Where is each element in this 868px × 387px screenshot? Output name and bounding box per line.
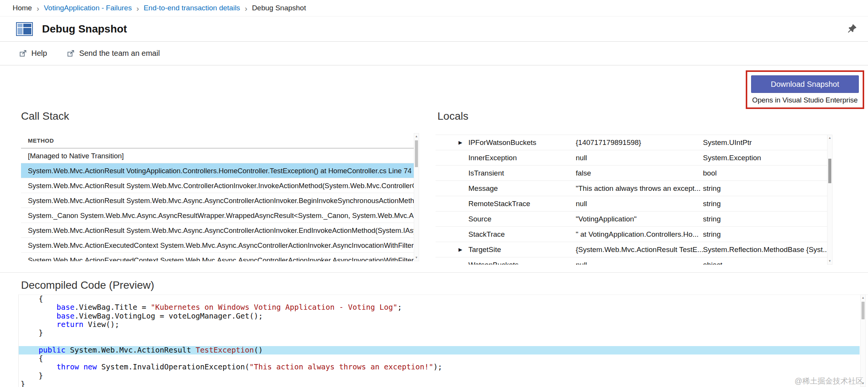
code-line: base.ViewBag.VotingLog = voteLogManager.…	[19, 312, 860, 320]
locals-value: null	[576, 261, 703, 265]
locals-value: null	[576, 154, 703, 162]
locals-value: false	[576, 169, 703, 177]
code-line	[19, 337, 860, 346]
send-team-email-label: Send the team an email	[79, 49, 160, 58]
scroll-thumb[interactable]	[862, 302, 865, 319]
locals-row[interactable]: Message"This action always throws an exc…	[436, 181, 827, 196]
breadcrumb-item[interactable]: Home	[13, 4, 32, 12]
breadcrumb-item[interactable]: End-to-end transaction details	[144, 4, 240, 12]
breadcrumb-separator-icon: ›	[245, 4, 247, 12]
title-bar: Debug Snapshot	[0, 16, 868, 42]
locals-row[interactable]: ▶IPForWatsonBuckets{140717179891598}Syst…	[436, 135, 827, 150]
locals-row[interactable]: Source"VotingApplication"string	[436, 211, 827, 227]
debug-snapshot-page: Home›VotingApplication - Failures›End-to…	[0, 0, 868, 387]
command-bar: Help Send the team an email	[0, 42, 868, 65]
locals-row[interactable]: StackTrace" at VotingApplication.Control…	[436, 227, 827, 242]
locals-name: WatsonBuckets	[468, 261, 576, 265]
call-stack-heading: Call Stack	[21, 110, 69, 122]
call-stack-row[interactable]: [Managed to Native Transition]	[21, 148, 414, 163]
call-stack-row[interactable]: System.Web.Mvc.ActionExecutedContext Sys…	[21, 238, 414, 253]
locals-name: IsTransient	[468, 169, 576, 177]
scroll-up-icon[interactable]: ▲	[861, 295, 865, 301]
expand-arrow-icon[interactable]: ▶	[458, 247, 468, 252]
code-line: {	[19, 354, 860, 363]
call-stack-row[interactable]: System.Web.Mvc.ActionResult System.Web.M…	[21, 178, 414, 193]
call-stack-row[interactable]: System.Web.Mvc.ActionResult System.Web.M…	[21, 193, 414, 208]
locals-type: object	[703, 261, 827, 265]
locals-type: string	[703, 230, 827, 239]
decompiled-code-heading: Decompiled Code (Preview)	[21, 279, 154, 291]
code-line: return View();	[19, 320, 860, 329]
debug-snapshot-icon	[15, 20, 34, 38]
breadcrumb: Home›VotingApplication - Failures›End-to…	[0, 0, 868, 16]
locals-type: System.Exception	[703, 154, 827, 162]
locals-row[interactable]: ▶TargetSite{System.Web.Mvc.ActionResult …	[436, 242, 827, 257]
code-line: }	[19, 380, 860, 387]
breadcrumb-item: Debug Snapshot	[252, 4, 306, 12]
breadcrumb-separator-icon: ›	[37, 4, 39, 12]
code-scrollbar[interactable]: ▲ ▼	[860, 294, 866, 387]
locals-name: StackTrace	[468, 230, 576, 239]
send-team-email-button[interactable]: Send the team an email	[67, 49, 160, 58]
locals-row[interactable]: WatsonBucketsnullobject	[436, 257, 827, 265]
locals-name: Source	[468, 215, 576, 223]
page-title: Debug Snapshot	[42, 23, 127, 35]
download-snapshot-button[interactable]: Download Snapshot	[751, 75, 859, 93]
decompiled-code-viewer: { base.ViewBag.Title = "Kubernetes on Wi…	[18, 294, 868, 387]
scroll-down-icon[interactable]: ▼	[828, 258, 832, 264]
locals-value: null	[576, 200, 703, 208]
locals-type: bool	[703, 169, 827, 177]
code-line: }	[19, 329, 860, 337]
breadcrumb-separator-icon: ›	[136, 4, 139, 12]
locals-type: string	[703, 200, 827, 208]
code-line: public System.Web.Mvc.ActionResult TestE…	[19, 346, 860, 354]
call-stack-row[interactable]: System.Web.Mvc.ActionResult System.Web.M…	[21, 223, 414, 238]
code-line: throw new System.InvalidOperationExcepti…	[19, 363, 860, 371]
help-label: Help	[31, 49, 47, 58]
code-line: base.ViewBag.Title = "Kubernetes on Wind…	[19, 303, 860, 312]
locals-type: string	[703, 184, 827, 193]
locals-heading: Locals	[437, 110, 468, 122]
locals-name: InnerException	[468, 154, 576, 162]
locals-value: "VotingApplication"	[576, 215, 703, 223]
call-stack-table: METHOD [Managed to Native Transition]Sys…	[21, 133, 414, 261]
locals-table: ▶IPForWatsonBuckets{140717179891598}Syst…	[436, 135, 827, 265]
scroll-thumb[interactable]	[415, 140, 418, 167]
locals-row[interactable]: InnerExceptionnullSystem.Exception	[436, 150, 827, 166]
call-stack-scrollbar[interactable]: ▲ ▼	[414, 133, 419, 261]
help-button[interactable]: Help	[19, 49, 47, 58]
breadcrumb-item[interactable]: VotingApplication - Failures	[44, 4, 132, 12]
scroll-down-icon[interactable]: ▼	[414, 255, 419, 261]
locals-name: RemoteStackTrace	[468, 200, 576, 208]
locals-name: IPForWatsonBuckets	[468, 138, 576, 147]
download-highlight-box: Download Snapshot Opens in Visual Studio…	[746, 70, 864, 109]
call-stack-column-header: METHOD	[21, 133, 414, 148]
locals-value: " at VotingApplication.Controllers.Ho...	[576, 230, 703, 239]
download-subtext: Opens in Visual Studio Enterprise	[751, 96, 859, 104]
call-stack-row[interactable]: System.Web.Mvc.ActionExecutedContext Sys…	[21, 253, 414, 261]
locals-value: "This action always throws an except...	[576, 184, 703, 193]
code-line: {	[19, 295, 860, 303]
scroll-up-icon[interactable]: ▲	[414, 133, 419, 140]
locals-value: {140717179891598}	[576, 138, 703, 147]
pin-icon[interactable]	[847, 23, 858, 35]
call-stack-row[interactable]: System._Canon System.Web.Mvc.Async.Async…	[21, 208, 414, 223]
locals-value: {System.Web.Mvc.ActionResult TestE...	[576, 246, 703, 254]
locals-type: System.Reflection.MethodBase {Syst...	[703, 246, 827, 254]
expand-arrow-icon[interactable]: ▶	[458, 140, 468, 145]
locals-type: string	[703, 215, 827, 223]
watermark: @稀土掘金技术社区	[795, 376, 863, 386]
locals-name: TargetSite	[468, 246, 576, 254]
locals-scrollbar[interactable]: ▲ ▼	[827, 135, 832, 265]
scroll-thumb[interactable]	[828, 159, 831, 183]
locals-row[interactable]: IsTransientfalsebool	[436, 166, 827, 181]
external-link-icon	[19, 49, 27, 57]
locals-name: Message	[468, 184, 576, 193]
section-divider	[0, 272, 868, 273]
external-link-icon	[67, 49, 75, 57]
locals-row[interactable]: RemoteStackTracenullstring	[436, 196, 827, 211]
locals-type: System.UIntPtr	[703, 138, 827, 147]
call-stack-row[interactable]: System.Web.Mvc.ActionResult VotingApplic…	[21, 163, 414, 178]
scroll-up-icon[interactable]: ▲	[828, 135, 832, 141]
code-line: }	[19, 372, 860, 380]
